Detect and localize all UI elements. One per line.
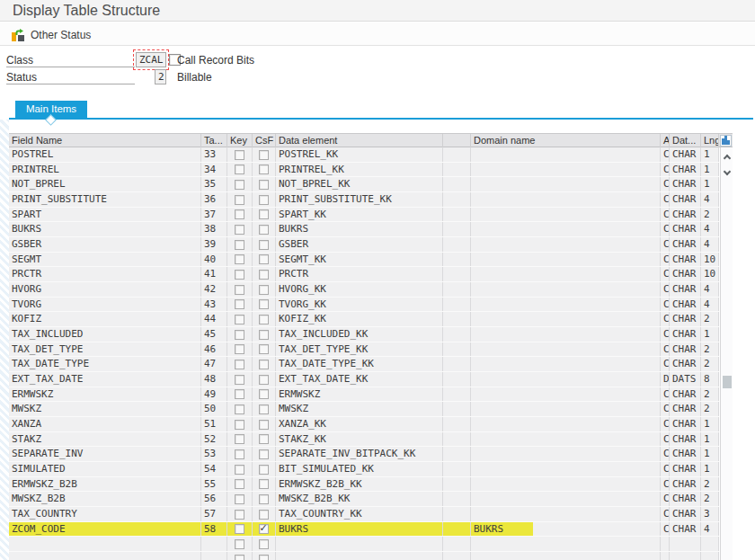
table-row[interactable]: BUKRS38BUKRSCCHAR4 [9,222,719,237]
cell-col-domain-name[interactable] [471,208,661,222]
cell-col-field-name[interactable]: TAX_DET_TYPE [9,342,201,357]
cell-col-field-name[interactable]: POSTREL [9,147,201,162]
cell-col-data-element[interactable]: EXT_TAX_DATE_KK [276,372,443,387]
cell-col-data-element[interactable]: SEPARATE_INV_BITPACK_KK [276,447,443,461]
table-row[interactable]: ERMWSKZ_B2B55ERMWSKZ_B2B_KKCCHAR2 [9,477,719,493]
cell-col-spacer[interactable] [443,222,471,236]
cell-col-a[interactable]: C [661,477,670,492]
scroll-up-arrow[interactable] [724,155,731,162]
cell-col-a[interactable]: C [661,492,670,506]
cell-col-length[interactable]: 1 [701,432,719,447]
cell-col-domain-name[interactable] [471,177,661,191]
cell-col-spacer[interactable] [443,177,471,191]
cell-col-spacer[interactable] [443,387,471,402]
cell-col-data-element[interactable]: TAX_DET_TYPE_KK [276,342,443,357]
table-row[interactable]: ZCOM_CODE58✓BUKRSBUKRSCCHAR4 [9,522,719,538]
cell-col-data-type[interactable]: CHAR [670,192,701,207]
cell-col-a[interactable]: C [661,222,670,236]
cell-col-domain-name[interactable] [471,327,661,342]
cell-col-a[interactable]: C [661,237,670,252]
table-row[interactable]: PRINT_SUBSTITUTE36PRINT_SUBSTITUTE_KKCCH… [9,192,719,208]
header-col-field-name[interactable]: Field Name [9,134,201,147]
cell-col-length[interactable]: 1 [701,417,719,431]
class-field[interactable]: ZCAL [136,52,166,67]
cell-col-a[interactable]: C [661,387,670,402]
table-row[interactable]: MWSKZ_B2B56MWSKZ_B2B_KKCCHAR2 [9,492,719,507]
col-csf-checkbox[interactable] [259,494,269,504]
cell-col-data-element[interactable]: SEGMT_KK [276,253,443,267]
cell-col-tab-position[interactable]: 57 [201,507,227,521]
cell-col-spacer[interactable] [443,372,471,387]
cell-col-length[interactable]: 1 [701,177,719,191]
cell-col-data-element[interactable]: TAX_INCLUDED_KK [276,327,443,342]
col-csf-checkbox[interactable] [259,389,269,399]
cell-col-length[interactable]: 8 [701,372,719,387]
col-key-checkbox[interactable] [235,195,244,205]
col-key-checkbox[interactable] [235,209,244,219]
col-key-checkbox[interactable] [235,539,244,549]
cell-col-length[interactable]: 10 [701,267,719,281]
cell-col-tab-position[interactable]: 33 [201,147,227,162]
cell-col-spacer[interactable] [443,163,471,177]
table-row[interactable]: SIMULATED54BIT_SIMULATED_KKCCHAR1 [9,462,719,477]
cell-col-domain-name[interactable] [471,222,661,236]
col-key-checkbox[interactable] [235,164,244,174]
cell-col-field-name[interactable]: PRINTREL [9,163,201,177]
cell-col-domain-name[interactable] [471,477,661,492]
col-key-checkbox[interactable] [235,254,244,264]
col-key-checkbox[interactable] [235,420,244,430]
other-status-button[interactable]: Other Status [11,26,91,43]
cell-col-field-name[interactable]: GSBER [9,237,201,252]
cell-col-data-type[interactable]: CHAR [670,163,701,177]
header-col-data-element[interactable]: Data element [276,134,443,147]
cell-col-length[interactable]: 2 [701,357,719,371]
col-csf-checkbox[interactable] [259,375,269,385]
header-col-domain-name[interactable]: Domain name [471,134,661,147]
cell-col-tab-position[interactable]: 44 [201,312,227,326]
cell-col-a[interactable]: C [661,432,670,447]
cell-col-length[interactable]: 2 [701,342,719,357]
table-row[interactable]: TAX_DET_TYPE46TAX_DET_TYPE_KKCCHAR2 [9,342,719,358]
col-key-checkbox[interactable] [235,555,244,560]
cell-col-a[interactable]: C [661,507,670,521]
cell-col-data-type[interactable]: CHAR [670,177,701,191]
col-key-checkbox[interactable] [235,180,244,190]
cell-col-spacer[interactable] [443,522,471,537]
cell-col-domain-name[interactable] [471,402,661,416]
cell-col-field-name[interactable]: XANZA [9,417,201,431]
cell-col-data-element[interactable]: ERMWSKZ [276,387,443,402]
cell-col-data-type[interactable]: CHAR [670,253,701,267]
cell-col-a[interactable]: C [661,447,670,461]
cell-col-data-element[interactable]: PRINTREL_KK [276,163,443,177]
cell-col-domain-name[interactable] [471,492,661,506]
cell-col-a[interactable]: C [661,417,670,431]
cell-col-data-element[interactable]: TVORG_KK [276,298,443,312]
cell-col-spacer[interactable] [443,253,471,267]
cell-col-tab-position[interactable]: 34 [201,163,227,177]
header-col-spacer[interactable] [443,134,471,147]
cell-col-spacer[interactable] [443,298,471,312]
cell-col-length[interactable]: 4 [701,522,719,537]
table-row[interactable]: TAX_COUNTRY57TAX_COUNTRY_KKCCHAR3 [9,507,719,522]
header-col-data-type[interactable]: Dat... [670,134,701,147]
cell-col-domain-name[interactable] [471,267,661,281]
cell-col-data-type[interactable]: CHAR [670,477,701,492]
cell-col-a[interactable]: C [661,147,670,162]
cell-col-data-element[interactable]: BIT_SIMULATED_KK [276,462,443,476]
table-row[interactable]: STAKZ52STAKZ_KKCCHAR1 [9,432,719,448]
col-key-checkbox[interactable] [235,404,244,414]
header-col-csf[interactable]: CsF [253,134,276,147]
cell-col-field-name[interactable]: BUKRS [9,222,201,236]
cell-col-data-type[interactable]: CHAR [670,417,701,431]
cell-col-tab-position[interactable]: 43 [201,298,227,312]
cell-col-a[interactable]: C [661,208,670,222]
cell-col-data-type[interactable]: CHAR [670,282,701,297]
status-field[interactable]: 2 [155,69,166,84]
cell-col-spacer[interactable] [443,357,471,371]
cell-col-field-name[interactable]: ERMWSKZ [9,387,201,402]
cell-col-length[interactable]: 4 [701,298,719,312]
cell-col-data-element[interactable]: STAKZ_KK [276,432,443,447]
table-settings-icon[interactable] [720,135,732,147]
col-csf-checkbox[interactable] [259,555,269,560]
cell-col-data-type[interactable]: CHAR [670,208,701,222]
